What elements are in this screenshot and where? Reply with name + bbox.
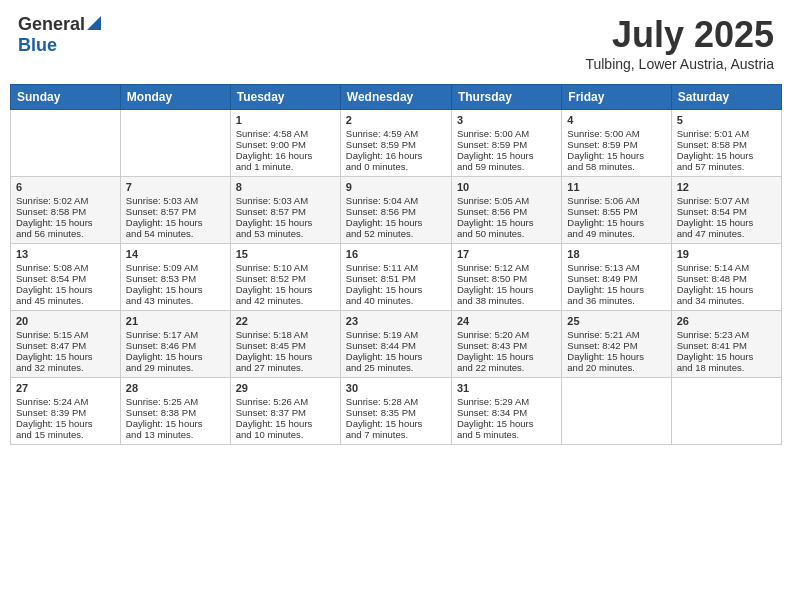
- day-info-line: Sunset: 8:47 PM: [16, 340, 115, 351]
- day-info-line: Sunrise: 5:05 AM: [457, 195, 556, 206]
- day-info-line: Sunrise: 5:29 AM: [457, 396, 556, 407]
- calendar-cell: [671, 378, 781, 445]
- day-number: 16: [346, 248, 446, 260]
- logo-blue-text: Blue: [18, 35, 57, 56]
- day-info-line: Sunset: 8:52 PM: [236, 273, 335, 284]
- month-title: July 2025: [585, 14, 774, 56]
- day-info-line: Daylight: 15 hours: [346, 418, 446, 429]
- day-info-line: Daylight: 15 hours: [126, 418, 225, 429]
- calendar-cell: 8Sunrise: 5:03 AMSunset: 8:57 PMDaylight…: [230, 177, 340, 244]
- day-info-line: and 50 minutes.: [457, 228, 556, 239]
- day-info-line: Sunset: 8:43 PM: [457, 340, 556, 351]
- col-friday: Friday: [562, 85, 671, 110]
- day-info-line: Sunset: 8:46 PM: [126, 340, 225, 351]
- day-info-line: Sunset: 8:44 PM: [346, 340, 446, 351]
- calendar-cell: 2Sunrise: 4:59 AMSunset: 8:59 PMDaylight…: [340, 110, 451, 177]
- col-saturday: Saturday: [671, 85, 781, 110]
- day-info-line: and 59 minutes.: [457, 161, 556, 172]
- day-info-line: and 56 minutes.: [16, 228, 115, 239]
- day-info-line: Daylight: 15 hours: [346, 284, 446, 295]
- day-info-line: Sunset: 8:48 PM: [677, 273, 776, 284]
- day-info-line: Daylight: 16 hours: [236, 150, 335, 161]
- day-info-line: Sunset: 8:54 PM: [16, 273, 115, 284]
- day-info-line: Sunrise: 5:21 AM: [567, 329, 665, 340]
- day-info-line: Sunset: 8:37 PM: [236, 407, 335, 418]
- day-info-line: Sunrise: 5:07 AM: [677, 195, 776, 206]
- col-thursday: Thursday: [451, 85, 561, 110]
- day-info-line: Daylight: 15 hours: [236, 217, 335, 228]
- day-info-line: and 45 minutes.: [16, 295, 115, 306]
- day-info-line: Daylight: 15 hours: [457, 150, 556, 161]
- day-info-line: Sunset: 8:58 PM: [677, 139, 776, 150]
- day-info-line: Sunset: 8:56 PM: [346, 206, 446, 217]
- day-info-line: Sunrise: 5:19 AM: [346, 329, 446, 340]
- title-area: July 2025 Tulbing, Lower Austria, Austri…: [585, 14, 774, 72]
- day-info-line: Sunrise: 5:06 AM: [567, 195, 665, 206]
- day-number: 21: [126, 315, 225, 327]
- day-number: 12: [677, 181, 776, 193]
- logo-triangle-icon: [87, 16, 101, 34]
- day-info-line: and 47 minutes.: [677, 228, 776, 239]
- calendar-cell: [562, 378, 671, 445]
- calendar-cell: 20Sunrise: 5:15 AMSunset: 8:47 PMDayligh…: [11, 311, 121, 378]
- calendar-cell: 19Sunrise: 5:14 AMSunset: 8:48 PMDayligh…: [671, 244, 781, 311]
- calendar-cell: 28Sunrise: 5:25 AMSunset: 8:38 PMDayligh…: [120, 378, 230, 445]
- day-number: 17: [457, 248, 556, 260]
- col-tuesday: Tuesday: [230, 85, 340, 110]
- day-info-line: Daylight: 15 hours: [457, 284, 556, 295]
- day-info-line: Sunrise: 5:01 AM: [677, 128, 776, 139]
- day-info-line: Daylight: 15 hours: [457, 418, 556, 429]
- day-number: 18: [567, 248, 665, 260]
- calendar-week-row: 1Sunrise: 4:58 AMSunset: 9:00 PMDaylight…: [11, 110, 782, 177]
- day-info-line: Sunrise: 5:13 AM: [567, 262, 665, 273]
- calendar-cell: 9Sunrise: 5:04 AMSunset: 8:56 PMDaylight…: [340, 177, 451, 244]
- day-info-line: Sunrise: 5:25 AM: [126, 396, 225, 407]
- day-number: 19: [677, 248, 776, 260]
- day-number: 6: [16, 181, 115, 193]
- calendar-cell: 23Sunrise: 5:19 AMSunset: 8:44 PMDayligh…: [340, 311, 451, 378]
- day-number: 29: [236, 382, 335, 394]
- calendar-cell: 30Sunrise: 5:28 AMSunset: 8:35 PMDayligh…: [340, 378, 451, 445]
- day-info-line: Sunset: 8:45 PM: [236, 340, 335, 351]
- day-info-line: Daylight: 15 hours: [16, 418, 115, 429]
- day-info-line: Daylight: 15 hours: [236, 284, 335, 295]
- calendar-cell: 18Sunrise: 5:13 AMSunset: 8:49 PMDayligh…: [562, 244, 671, 311]
- day-number: 3: [457, 114, 556, 126]
- day-info-line: Sunset: 8:59 PM: [567, 139, 665, 150]
- day-info-line: Daylight: 15 hours: [16, 351, 115, 362]
- day-info-line: Sunset: 8:57 PM: [236, 206, 335, 217]
- calendar-cell: 27Sunrise: 5:24 AMSunset: 8:39 PMDayligh…: [11, 378, 121, 445]
- day-number: 25: [567, 315, 665, 327]
- day-info-line: and 58 minutes.: [567, 161, 665, 172]
- day-info-line: Sunset: 8:56 PM: [457, 206, 556, 217]
- day-info-line: and 1 minute.: [236, 161, 335, 172]
- day-info-line: Sunset: 9:00 PM: [236, 139, 335, 150]
- day-info-line: Sunrise: 5:12 AM: [457, 262, 556, 273]
- day-info-line: and 40 minutes.: [346, 295, 446, 306]
- calendar-cell: 15Sunrise: 5:10 AMSunset: 8:52 PMDayligh…: [230, 244, 340, 311]
- day-info-line: Sunrise: 5:00 AM: [457, 128, 556, 139]
- day-info-line: Sunrise: 5:11 AM: [346, 262, 446, 273]
- day-info-line: Daylight: 15 hours: [457, 217, 556, 228]
- day-info-line: Daylight: 15 hours: [567, 150, 665, 161]
- day-number: 10: [457, 181, 556, 193]
- day-info-line: and 22 minutes.: [457, 362, 556, 373]
- calendar-cell: [11, 110, 121, 177]
- day-info-line: Sunset: 8:57 PM: [126, 206, 225, 217]
- day-number: 1: [236, 114, 335, 126]
- calendar-cell: 11Sunrise: 5:06 AMSunset: 8:55 PMDayligh…: [562, 177, 671, 244]
- calendar-cell: 16Sunrise: 5:11 AMSunset: 8:51 PMDayligh…: [340, 244, 451, 311]
- day-info-line: and 43 minutes.: [126, 295, 225, 306]
- day-info-line: Sunset: 8:50 PM: [457, 273, 556, 284]
- calendar-week-row: 6Sunrise: 5:02 AMSunset: 8:58 PMDaylight…: [11, 177, 782, 244]
- day-info-line: and 32 minutes.: [16, 362, 115, 373]
- day-number: 5: [677, 114, 776, 126]
- calendar-cell: 24Sunrise: 5:20 AMSunset: 8:43 PMDayligh…: [451, 311, 561, 378]
- col-monday: Monday: [120, 85, 230, 110]
- calendar-cell: 3Sunrise: 5:00 AMSunset: 8:59 PMDaylight…: [451, 110, 561, 177]
- day-info-line: and 13 minutes.: [126, 429, 225, 440]
- day-info-line: Sunrise: 5:03 AM: [126, 195, 225, 206]
- day-number: 28: [126, 382, 225, 394]
- day-info-line: Daylight: 15 hours: [567, 284, 665, 295]
- day-info-line: Sunset: 8:38 PM: [126, 407, 225, 418]
